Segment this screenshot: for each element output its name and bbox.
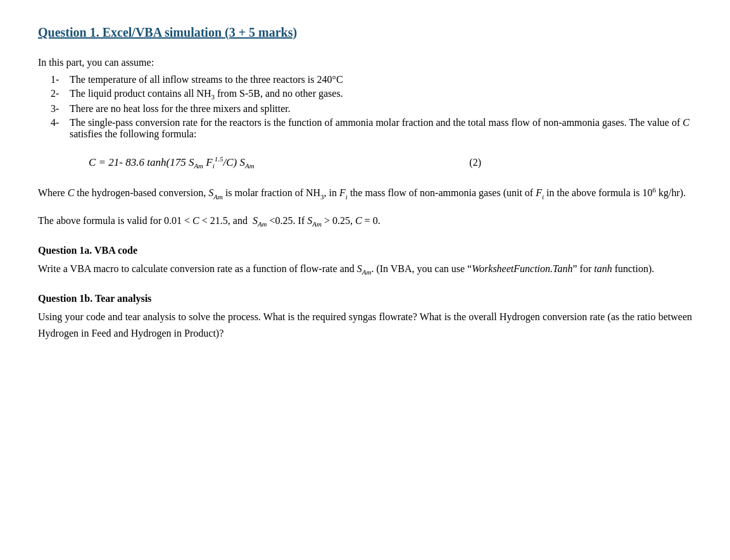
assumption-3-num: 3- — [51, 103, 70, 115]
page-title: Question 1. Excel/VBA simulation (3 + 5 … — [38, 25, 692, 40]
where-paragraph: Where C the hydrogen-based conversion, S… — [38, 185, 692, 202]
formula-number: (2) — [469, 157, 481, 168]
assumption-2-num: 2- — [51, 88, 70, 99]
assumption-1-text: The temperature of all inflow streams to… — [70, 74, 343, 85]
assumption-2-text: The liquid product contains all NH3 from… — [70, 88, 343, 101]
assumption-1: 1- The temperature of all inflow streams… — [38, 74, 692, 85]
valid-range-paragraph: The above formula is valid for 0.01 < C … — [38, 213, 692, 230]
assumption-3: 3- There are no heat loss for the three … — [38, 103, 692, 115]
intro-text: In this part, you can assume: — [38, 55, 692, 70]
formula-block: C = 21- 83.6 tanh(175 SAm Fi1.5/C) SAm (… — [89, 155, 481, 170]
assumption-4-num: 4- — [51, 117, 70, 128]
assumption-1-num: 1- — [51, 74, 70, 85]
q1a-header: Question 1a. VBA code — [38, 243, 692, 258]
assumption-3-text: There are no heat loss for the three mix… — [70, 103, 291, 115]
formula-expression: C = 21- 83.6 tanh(175 SAm Fi1.5/C) SAm — [89, 155, 255, 170]
q1b-body: Using your code and tear analysis to sol… — [38, 309, 692, 341]
q1a-body: Write a VBA macro to calculate conversio… — [38, 261, 692, 278]
assumption-4-text: The single-pass conversion rate for the … — [70, 117, 692, 140]
assumption-4: 4- The single-pass conversion rate for t… — [38, 117, 692, 140]
assumptions-list: 1- The temperature of all inflow streams… — [38, 74, 692, 140]
assumption-2: 2- The liquid product contains all NH3 f… — [38, 88, 692, 101]
q1b-header: Question 1b. Tear analysis — [38, 291, 692, 306]
